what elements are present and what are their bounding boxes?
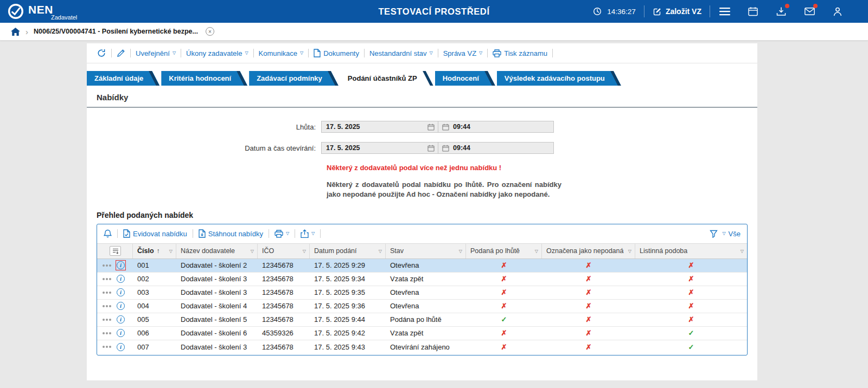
menu-komunikace[interactable]: Komunikace▽ bbox=[259, 49, 304, 57]
dropdown-caret-icon: ▽ bbox=[311, 231, 315, 236]
cell-datum-podani: 17. 5. 2025 9:29 bbox=[310, 261, 386, 269]
column-chooser-header[interactable] bbox=[97, 244, 133, 258]
calendar-small-icon[interactable] bbox=[427, 124, 435, 131]
tab-podani-ucastniku-zp[interactable]: Podání účastníků ZP bbox=[340, 71, 433, 86]
back-icon[interactable] bbox=[97, 48, 106, 58]
cell-ico: 12345678 bbox=[258, 261, 310, 269]
filter-caret-icon[interactable]: ▽ bbox=[738, 249, 744, 254]
filter-caret-icon[interactable]: ▽ bbox=[248, 249, 254, 254]
tab-hodnoceni[interactable]: Hodnocení bbox=[435, 71, 495, 86]
cell-nazev-dodavatele: Dodavatel - školení 2 bbox=[176, 261, 258, 269]
check-icon: ✓ bbox=[688, 343, 694, 351]
row-menu-icon[interactable] bbox=[103, 264, 105, 267]
row-menu-icon[interactable] bbox=[103, 278, 105, 280]
table-row[interactable]: i003Dodavatel - školení 31234567817. 5. … bbox=[97, 286, 747, 300]
cross-icon: ✗ bbox=[688, 261, 694, 269]
row-info-icon[interactable]: i bbox=[116, 314, 126, 325]
row-menu-icon[interactable] bbox=[103, 305, 105, 307]
menu-dokumenty[interactable]: Dokumenty bbox=[314, 49, 359, 57]
edit-pencil-icon[interactable] bbox=[117, 49, 125, 57]
row-info-icon[interactable]: i bbox=[116, 342, 126, 352]
tab-zadavaci-podminky[interactable]: Zadávací podmínky bbox=[249, 71, 339, 86]
breadcrumb-close-icon[interactable]: × bbox=[206, 27, 214, 36]
grid-toolbar: Evidovat nabídku Stáhnout nabídky ▽ bbox=[97, 224, 747, 244]
printer-icon bbox=[275, 230, 283, 238]
table-row[interactable]: i004Dodavatel - školení 41234567817. 5. … bbox=[97, 300, 747, 313]
row-menu-icon[interactable] bbox=[103, 346, 105, 348]
table-row[interactable]: i006Dodavatel - školení 64535932617. 5. … bbox=[97, 327, 747, 340]
menu-sprava-vz[interactable]: Správa VZ▽ bbox=[443, 49, 483, 57]
breadcrumb: › N006/25/V00004741 - Posílení kyberneti… bbox=[0, 23, 868, 41]
filter-caret-icon[interactable]: ▽ bbox=[533, 249, 538, 254]
table-row[interactable]: i005Dodavatel - školení 51234567817. 5. … bbox=[97, 313, 747, 327]
menu-nestandardni-stav[interactable]: Nestandardní stav▽ bbox=[369, 49, 433, 57]
breadcrumb-item[interactable]: N006/25/V00004741 - Posílení kybernetick… bbox=[34, 28, 198, 35]
cell-oznacena-jako-nepodana: ✗ bbox=[542, 261, 635, 269]
tab-zakladni-udaje[interactable]: Základní údaje bbox=[87, 71, 159, 86]
opening-time-field[interactable]: 09:44 bbox=[438, 142, 554, 154]
row-info-icon[interactable]: i bbox=[116, 274, 126, 284]
deadline-date-field[interactable]: 17. 5. 2025 bbox=[321, 121, 438, 133]
menu-ukony-zadavatele[interactable]: Úkony zadavatele▽ bbox=[186, 49, 248, 57]
cell-stav: Vzata zpět bbox=[386, 275, 466, 283]
column-podana-po-lhute[interactable]: Podaná po lhůtě ▽ bbox=[466, 244, 542, 258]
home-icon[interactable] bbox=[11, 28, 20, 36]
zalozit-vz-button[interactable]: Založit VZ bbox=[653, 7, 701, 16]
filter-caret-icon[interactable]: ▽ bbox=[626, 249, 631, 254]
column-stav[interactable]: Stav ▽ bbox=[386, 244, 466, 258]
table-row[interactable]: i002Dodavatel - školení 31234567817. 5. … bbox=[97, 273, 747, 286]
cell-datum-podani: 17. 5. 2025 9:42 bbox=[310, 329, 386, 337]
tab-kriteria-hodnoceni[interactable]: Kritéria hodnocení bbox=[161, 71, 247, 86]
mail-icon[interactable] bbox=[803, 5, 816, 18]
cell-nazev-dodavatele: Dodavatel - školení 4 bbox=[176, 302, 258, 310]
row-menu-icon[interactable] bbox=[103, 292, 105, 294]
column-cislo[interactable]: Číslo ↑ ▽ bbox=[133, 244, 176, 258]
column-ico[interactable]: IČO ▽ bbox=[258, 244, 310, 258]
cell-nazev-dodavatele: Dodavatel - školení 3 bbox=[176, 288, 258, 296]
cell-datum-podani: 17. 5. 2025 9:44 bbox=[310, 315, 386, 324]
row-info-icon[interactable]: i bbox=[116, 287, 126, 298]
table-row[interactable]: i007Dodavatel - školení 31234567817. 5. … bbox=[97, 340, 747, 354]
cross-icon: ✗ bbox=[501, 288, 507, 296]
menu-uverejneni[interactable]: Uveřejnění▽ bbox=[136, 49, 176, 57]
grid-export-button[interactable]: ▽ bbox=[301, 229, 315, 238]
download-icon[interactable] bbox=[775, 5, 788, 18]
offers-grid: Evidovat nabídku Stáhnout nabídky ▽ bbox=[97, 224, 748, 355]
cell-stav: Podána po lhůtě bbox=[386, 315, 466, 324]
column-listinna-podoba[interactable]: Listinná podoba ▽ bbox=[635, 244, 747, 258]
evidovat-nabidku-button[interactable]: Evidovat nabídku bbox=[123, 229, 187, 238]
menu-icon[interactable] bbox=[718, 5, 731, 18]
menu-tisk-zaznamu[interactable]: Tisk záznamu bbox=[493, 49, 547, 57]
column-oznacena-jako-nepodana[interactable]: Označena jako nepodaná ▽ bbox=[542, 244, 635, 258]
filter-caret-icon[interactable]: ▽ bbox=[376, 249, 382, 254]
calendar-small-icon[interactable] bbox=[427, 145, 435, 152]
table-row[interactable]: i001Dodavatel - školení 21234567817. 5. … bbox=[97, 259, 747, 273]
calendar-icon[interactable] bbox=[746, 5, 760, 18]
row-info-icon[interactable]: i bbox=[116, 328, 126, 338]
grid-print-button[interactable]: ▽ bbox=[275, 230, 289, 238]
stahnout-nabidky-button[interactable]: Stáhnout nabídky bbox=[199, 229, 263, 238]
brand[interactable]: NEN Zadavatel bbox=[8, 2, 88, 21]
row-info-icon[interactable]: i bbox=[116, 301, 126, 311]
row-info-icon[interactable]: i bbox=[116, 260, 126, 270]
cross-icon: ✗ bbox=[586, 288, 592, 296]
filter-caret-icon[interactable]: ▽ bbox=[167, 249, 173, 254]
filter-caret-icon[interactable]: ▽ bbox=[457, 249, 462, 254]
opening-date-field[interactable]: 17. 5. 2025 bbox=[321, 142, 438, 154]
row-actions: i bbox=[97, 260, 133, 270]
vse-filter-button[interactable]: ▽ Vše bbox=[722, 230, 741, 238]
row-actions: i bbox=[97, 301, 133, 311]
filter-caret-icon[interactable]: ▽ bbox=[301, 249, 306, 254]
notification-bell-icon[interactable] bbox=[104, 229, 112, 238]
column-chooser-icon[interactable] bbox=[110, 246, 121, 256]
user-icon[interactable] bbox=[831, 5, 844, 18]
row-menu-icon[interactable] bbox=[103, 332, 105, 334]
calendar-small-icon bbox=[442, 124, 449, 131]
tab-vysledek-zadavaciho-postupu[interactable]: Výsledek zadávacího postupu bbox=[497, 71, 621, 86]
column-datum-podani[interactable]: Datum podání ▽ bbox=[310, 244, 386, 258]
row-menu-icon[interactable] bbox=[103, 319, 105, 321]
filter-funnel-icon[interactable] bbox=[710, 230, 718, 238]
column-nazev-dodavatele[interactable]: Název dodavatele ▽ bbox=[176, 244, 258, 258]
cell-oznacena-jako-nepodana: ✗ bbox=[542, 302, 635, 310]
deadline-time-field[interactable]: 09:44 bbox=[438, 121, 554, 133]
